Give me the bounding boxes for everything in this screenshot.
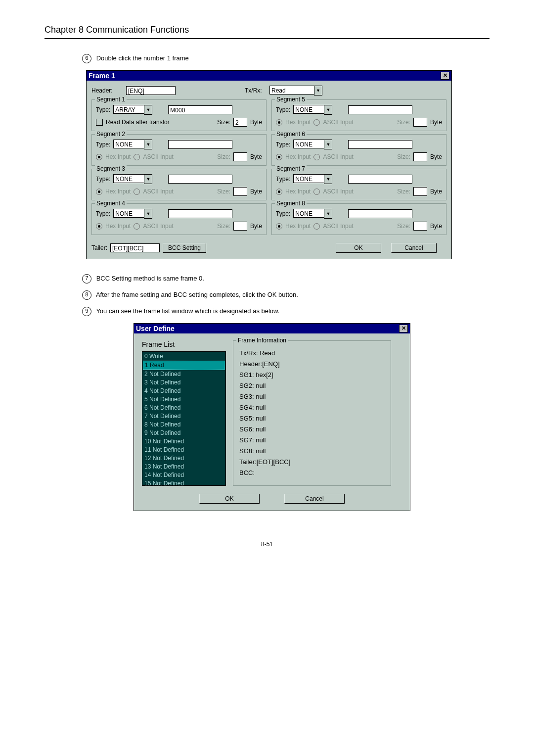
hex-radio[interactable] bbox=[276, 119, 282, 126]
size-input[interactable] bbox=[413, 222, 427, 231]
read-data-checkbox[interactable] bbox=[96, 119, 103, 126]
ok-button[interactable]: OK bbox=[199, 494, 260, 504]
segment-value-input[interactable] bbox=[348, 140, 412, 149]
type-label: Type: bbox=[96, 176, 110, 183]
cancel-button[interactable]: Cancel bbox=[284, 494, 345, 504]
list-item[interactable]: 9 Not Defined bbox=[143, 429, 225, 437]
list-item[interactable]: 2 Not Defined bbox=[143, 370, 225, 378]
ascii-radio[interactable] bbox=[313, 223, 320, 230]
header-input[interactable]: [ENQ] bbox=[126, 86, 176, 95]
unit-label: Byte bbox=[430, 119, 442, 126]
size-input[interactable] bbox=[413, 118, 427, 127]
segment-group: Segment 2Type:NONE▼Hex InputASCII InputS… bbox=[91, 134, 267, 166]
segment-value-input[interactable]: M000 bbox=[168, 105, 232, 114]
size-input[interactable] bbox=[413, 187, 427, 196]
chevron-down-icon[interactable]: ▼ bbox=[144, 140, 152, 149]
divider bbox=[44, 38, 490, 39]
size-input[interactable] bbox=[233, 187, 247, 196]
user-define-titlebar: User Define ✕ bbox=[134, 324, 410, 333]
chevron-down-icon[interactable]: ▼ bbox=[324, 140, 332, 149]
list-item[interactable]: 10 Not Defined bbox=[143, 437, 225, 446]
user-define-title: User Define bbox=[136, 325, 175, 332]
segment-value-input[interactable] bbox=[168, 209, 232, 218]
type-select[interactable]: NONE▼ bbox=[113, 174, 152, 184]
segment-value-input[interactable] bbox=[348, 175, 412, 184]
chevron-down-icon[interactable]: ▼ bbox=[324, 209, 332, 219]
ascii-radio[interactable] bbox=[134, 189, 140, 195]
segment-value-input[interactable] bbox=[348, 209, 412, 218]
frame1-title: Frame 1 bbox=[89, 72, 115, 80]
type-select[interactable]: NONE▼ bbox=[293, 174, 332, 184]
frame1-titlebar: Frame 1 ✕ bbox=[87, 71, 451, 81]
close-icon[interactable]: ✕ bbox=[441, 72, 449, 80]
hex-radio[interactable] bbox=[276, 223, 282, 230]
user-define-dialog: User Define ✕ Frame List 0 Write1 Read2 … bbox=[134, 323, 410, 511]
segment-group: Segment 3Type:NONE▼Hex InputASCII InputS… bbox=[91, 169, 267, 200]
size-input[interactable]: 2 bbox=[233, 118, 247, 127]
hex-radio[interactable] bbox=[96, 189, 102, 195]
segment-value-input[interactable] bbox=[168, 140, 232, 149]
segment-value-input[interactable] bbox=[348, 105, 412, 114]
chevron-down-icon[interactable]: ▼ bbox=[144, 209, 152, 219]
ok-button[interactable]: OK bbox=[336, 243, 381, 253]
size-input[interactable] bbox=[413, 152, 427, 161]
frame-listbox[interactable]: 0 Write1 Read2 Not Defined3 Not Defined4… bbox=[142, 351, 226, 486]
ascii-radio[interactable] bbox=[313, 154, 320, 160]
segment-value-input[interactable] bbox=[168, 175, 232, 184]
segment-group: Segment 7Type:NONE▼Hex InputASCII InputS… bbox=[271, 169, 446, 200]
txrx-value: Read bbox=[269, 86, 314, 94]
hex-radio[interactable] bbox=[276, 154, 282, 160]
type-select[interactable]: NONE▼ bbox=[293, 209, 332, 219]
type-select[interactable]: NONE▼ bbox=[113, 140, 152, 149]
tailer-input[interactable]: [EOT][BCC] bbox=[110, 243, 160, 252]
txrx-select[interactable]: Read ▼ bbox=[269, 86, 322, 95]
segment-group: Segment 1Type:ARRAY▼M000Read Data after … bbox=[91, 99, 267, 131]
list-item[interactable]: 12 Not Defined bbox=[143, 454, 225, 463]
ascii-radio[interactable] bbox=[313, 189, 320, 195]
size-label: Size: bbox=[217, 153, 230, 160]
list-item[interactable]: 7 Not Defined bbox=[143, 412, 225, 421]
type-select[interactable]: NONE▼ bbox=[113, 209, 152, 219]
ascii-radio[interactable] bbox=[313, 119, 320, 126]
segment-title: Segment 5 bbox=[275, 96, 307, 103]
hex-radio[interactable] bbox=[96, 154, 102, 160]
info-line: SG8: null bbox=[239, 446, 385, 457]
size-input[interactable] bbox=[233, 152, 247, 161]
info-line: SG5: null bbox=[239, 413, 385, 424]
cancel-button[interactable]: Cancel bbox=[391, 243, 437, 253]
list-item[interactable]: 3 Not Defined bbox=[143, 378, 225, 387]
ascii-radio[interactable] bbox=[134, 154, 140, 160]
chevron-down-icon[interactable]: ▼ bbox=[144, 174, 152, 184]
list-item[interactable]: 1 Read bbox=[143, 361, 225, 370]
bcc-setting-button[interactable]: BCC Setting bbox=[163, 243, 206, 253]
type-select[interactable]: ARRAY▼ bbox=[113, 105, 152, 115]
list-item[interactable]: 6 Not Defined bbox=[143, 404, 225, 412]
type-value: NONE bbox=[293, 140, 324, 148]
list-item[interactable]: 15 Not Defined bbox=[143, 479, 225, 486]
hex-radio[interactable] bbox=[96, 223, 102, 230]
info-line: SG3: null bbox=[239, 391, 385, 402]
info-line: BCC: bbox=[239, 468, 385, 478]
header-label: Header: bbox=[91, 87, 126, 94]
hex-radio[interactable] bbox=[276, 189, 282, 195]
list-item[interactable]: 13 Not Defined bbox=[143, 463, 225, 471]
list-item[interactable]: 4 Not Defined bbox=[143, 387, 225, 395]
info-line: SG4: null bbox=[239, 402, 385, 413]
list-item[interactable]: 8 Not Defined bbox=[143, 421, 225, 429]
chevron-down-icon[interactable]: ▼ bbox=[314, 86, 322, 95]
list-item[interactable]: 14 Not Defined bbox=[143, 471, 225, 479]
segment-group: Segment 6Type:NONE▼Hex InputASCII InputS… bbox=[271, 134, 446, 166]
type-select[interactable]: NONE▼ bbox=[293, 105, 332, 115]
hex-label: Hex Input bbox=[105, 223, 131, 230]
close-icon[interactable]: ✕ bbox=[399, 325, 408, 332]
chevron-down-icon[interactable]: ▼ bbox=[144, 105, 152, 115]
list-item[interactable]: 5 Not Defined bbox=[143, 395, 225, 404]
type-select[interactable]: NONE▼ bbox=[293, 140, 332, 149]
list-item[interactable]: 0 Write bbox=[143, 352, 225, 361]
chevron-down-icon[interactable]: ▼ bbox=[324, 174, 332, 184]
hex-label: Hex Input bbox=[285, 153, 311, 160]
chevron-down-icon[interactable]: ▼ bbox=[324, 105, 332, 115]
size-input[interactable] bbox=[233, 222, 247, 231]
list-item[interactable]: 11 Not Defined bbox=[143, 446, 225, 454]
ascii-radio[interactable] bbox=[134, 223, 140, 230]
